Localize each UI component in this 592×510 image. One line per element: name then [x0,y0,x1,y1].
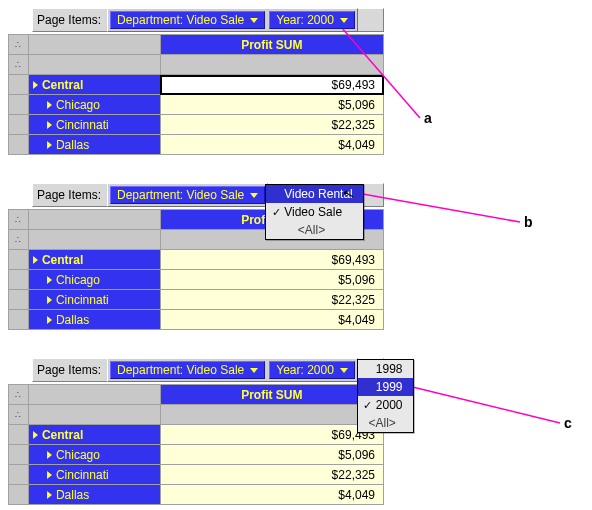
row-header[interactable]: Dallas [28,135,160,155]
row-stub [9,270,29,290]
year-page-item[interactable]: Year: 2000 [269,11,355,29]
header-gap [28,230,160,250]
expand-icon[interactable] [47,491,52,499]
row-header[interactable]: Cincinnati [28,290,160,310]
menu-item-all[interactable]: <All> [266,221,363,239]
crosstab: ∴Profit SUM∴Central$69,493Chicago$5,096C… [8,384,384,505]
row-label: Chicago [56,98,100,112]
dept-page-item[interactable]: Department: Video Sale [110,361,265,379]
page-items-group: Department: Video Sale [107,183,268,207]
corner-handle[interactable]: ∴ [9,35,29,55]
table-row: Central$69,493 [9,250,384,270]
header-gap [160,55,383,75]
row-label: Cincinnati [56,468,109,482]
data-cell[interactable]: $5,096 [160,270,383,290]
data-cell[interactable]: $5,096 [160,445,383,465]
row-header[interactable]: Central [28,75,160,95]
table-row: Dallas$4,049 [9,135,384,155]
header-gap [28,385,160,405]
row-label: Dallas [56,313,89,327]
data-cell[interactable]: $69,493 [160,425,383,445]
page-items-label: Page Items: [33,363,107,377]
header-gap [28,55,160,75]
menu-item-all[interactable]: <All> [358,414,413,432]
row-header[interactable]: Dallas [28,485,160,505]
row-label: Cincinnati [56,118,109,132]
dept-page-item[interactable]: Department: Video Sale [110,11,265,29]
year-dropdown-menu: 19981999✓2000<All> [357,359,414,433]
expand-icon[interactable] [47,121,52,129]
dept-caption: Department: Video Sale [117,188,244,202]
year-caption: Year: 2000 [276,363,334,377]
row-stub [9,425,29,445]
dropdown-icon [250,368,258,373]
row-label: Chicago [56,273,100,287]
data-cell[interactable]: $69,493 [160,250,383,270]
menu-item-label: 1999 [376,380,403,394]
menu-item-label: 1998 [376,362,403,376]
menu-item[interactable]: 1999 [358,378,413,396]
row-header[interactable]: Chicago [28,445,160,465]
year-page-item[interactable]: Year: 2000 [269,361,355,379]
data-cell[interactable]: $5,096 [160,95,383,115]
expand-icon[interactable] [33,81,38,89]
data-cell[interactable]: $4,049 [160,310,383,330]
row-header[interactable]: Central [28,250,160,270]
table-row: Chicago$5,096 [9,270,384,290]
table-row: Dallas$4,049 [9,310,384,330]
crosstab: ∴Profit SUM∴Central$69,493Chicago$5,096C… [8,34,384,155]
expand-icon[interactable] [47,451,52,459]
row-handle[interactable]: ∴ [9,230,29,250]
row-header[interactable]: Cincinnati [28,115,160,135]
dropdown-icon [250,193,258,198]
row-header[interactable]: Chicago [28,95,160,115]
row-header[interactable]: Dallas [28,310,160,330]
header-gap [28,405,160,425]
row-header[interactable]: Cincinnati [28,465,160,485]
corner-handle[interactable]: ∴ [9,385,29,405]
expand-icon[interactable] [47,316,52,324]
annotation-b: b [524,214,533,230]
row-handle[interactable]: ∴ [9,405,29,425]
row-header[interactable]: Central [28,425,160,445]
expand-icon[interactable] [33,256,38,264]
dept-page-item[interactable]: Department: Video Sale [110,186,265,204]
menu-item[interactable]: ✓2000 [358,396,413,414]
column-header[interactable]: Profit SUM [160,35,383,55]
data-cell[interactable]: $22,325 [160,115,383,135]
row-header[interactable]: Chicago [28,270,160,290]
row-label: Dallas [56,488,89,502]
data-cell[interactable]: $69,493 [160,75,383,95]
row-label: Chicago [56,448,100,462]
row-stub [9,485,29,505]
check-icon: ✓ [362,399,374,412]
column-header[interactable]: Profit SUM [160,385,383,405]
data-cell[interactable]: $22,325 [160,290,383,310]
panel-c: Page Items: Department: Video Sale Year:… [8,358,584,505]
expand-icon[interactable] [33,431,38,439]
row-handle[interactable]: ∴ [9,55,29,75]
menu-item[interactable]: 1998 [358,360,413,378]
expand-icon[interactable] [47,276,52,284]
expand-icon[interactable] [47,296,52,304]
row-stub [9,290,29,310]
table-row: Cincinnati$22,325 [9,290,384,310]
menu-item-label: <All> [298,223,325,237]
corner-handle[interactable]: ∴ [9,210,29,230]
dropdown-icon [250,18,258,23]
expand-icon[interactable] [47,101,52,109]
menu-item[interactable]: ✓Video Sale [266,203,363,221]
panel-b: Page Items: Department: Video Sale ∴Prof… [8,183,584,330]
row-stub [9,115,29,135]
page-items-label: Page Items: [33,188,107,202]
header-gap [28,210,160,230]
page-items-label: Page Items: [33,13,107,27]
data-cell[interactable]: $4,049 [160,135,383,155]
page-items-group: Department: Video Sale Year: 2000 [107,358,358,382]
dept-caption: Department: Video Sale [117,13,244,27]
expand-icon[interactable] [47,141,52,149]
menu-item[interactable]: Video Rental [266,185,363,203]
data-cell[interactable]: $4,049 [160,485,383,505]
expand-icon[interactable] [47,471,52,479]
data-cell[interactable]: $22,325 [160,465,383,485]
